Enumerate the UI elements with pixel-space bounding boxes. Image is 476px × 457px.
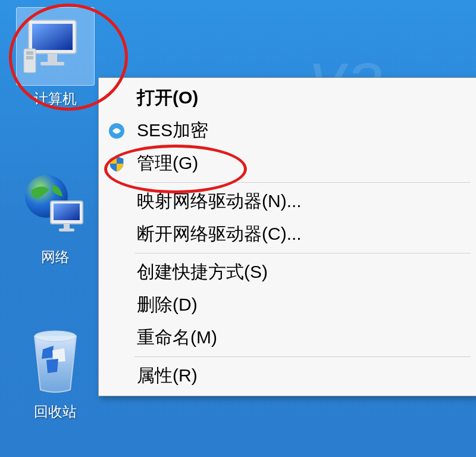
menu-item-label: 重命名(M)	[134, 325, 476, 350]
ses-icon	[99, 119, 134, 143]
desktop-icon-network[interactable]: 网络	[11, 167, 100, 267]
blank-icon	[99, 326, 134, 350]
svg-rect-11	[64, 224, 70, 228]
menu-item-label: SES加密	[134, 118, 476, 143]
menu-item-delete[interactable]: 删除(D)	[99, 289, 476, 321]
context-menu: 打开(O) SES加密 管理(G) 映射网络驱动器(N)...	[98, 77, 476, 396]
desktop-icon-computer[interactable]: 计算机	[11, 7, 100, 108]
menu-item-rename[interactable]: 重命名(M)	[99, 321, 476, 354]
blank-icon	[99, 364, 134, 388]
menu-item-create-shortcut[interactable]: 创建快捷方式(S)	[99, 256, 476, 289]
menu-item-properties[interactable]: 属性(R)	[99, 359, 476, 392]
shield-icon	[99, 152, 134, 176]
blank-icon	[99, 86, 134, 110]
menu-item-disconnect-network-drive[interactable]: 断开网络驱动器(C)...	[99, 218, 476, 251]
svg-point-13	[35, 331, 76, 342]
recycle-bin-icon	[17, 321, 94, 399]
blank-icon	[99, 293, 134, 317]
blank-icon	[99, 223, 134, 246]
svg-rect-10	[54, 204, 80, 220]
computer-icon	[16, 7, 95, 86]
menu-item-ses-encrypt[interactable]: SES加密	[99, 114, 476, 147]
menu-item-manage[interactable]: 管理(G)	[99, 147, 476, 180]
menu-item-label: 删除(D)	[134, 293, 476, 317]
blank-icon	[99, 190, 134, 214]
svg-rect-3	[48, 54, 57, 62]
desktop-icon-label: 计算机	[11, 89, 100, 108]
desktop-icon-label: 回收站	[11, 402, 100, 421]
menu-separator	[134, 356, 471, 357]
svg-rect-2	[32, 24, 73, 50]
svg-rect-6	[26, 51, 33, 55]
svg-rect-12	[59, 228, 74, 231]
svg-rect-4	[40, 62, 64, 65]
menu-item-label: 断开网络驱动器(C)...	[134, 222, 476, 246]
network-icon	[17, 167, 94, 244]
menu-item-label: 管理(G)	[134, 151, 476, 176]
svg-rect-7	[26, 56, 33, 60]
menu-separator	[134, 182, 471, 183]
menu-item-open[interactable]: 打开(O)	[99, 82, 476, 114]
blank-icon	[99, 261, 134, 284]
menu-separator	[134, 253, 471, 253]
menu-item-label: 打开(O)	[134, 86, 476, 110]
menu-item-label: 创建快捷方式(S)	[134, 260, 476, 284]
desktop-icon-recycle-bin[interactable]: 回收站	[11, 321, 100, 421]
menu-item-label: 映射网络驱动器(N)...	[134, 189, 476, 214]
menu-item-map-network-drive[interactable]: 映射网络驱动器(N)...	[99, 185, 476, 218]
menu-item-label: 属性(R)	[134, 364, 476, 388]
desktop-icon-label: 网络	[11, 248, 100, 267]
